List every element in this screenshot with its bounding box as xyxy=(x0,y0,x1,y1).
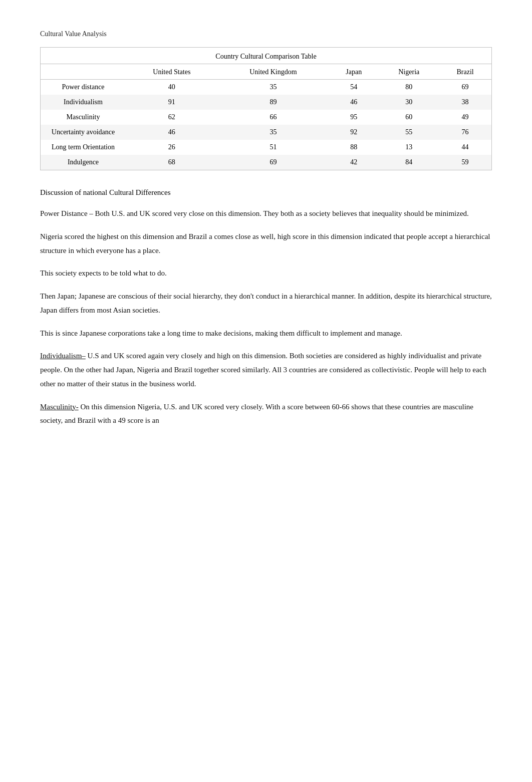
row-label: Masculinity xyxy=(41,110,126,125)
discussion-paragraph: This is since Japanese corporations take… xyxy=(40,327,492,341)
cell-ng: 55 xyxy=(379,125,439,140)
col-header-jp: Japan xyxy=(329,64,379,80)
cell-br: 38 xyxy=(439,95,491,110)
cell-uk: 69 xyxy=(218,155,329,170)
discussion-paragraph: Power Distance – Both U.S. and UK scored… xyxy=(40,207,492,221)
discussion-paragraph: Individualism– U.S and UK scored again v… xyxy=(40,349,492,391)
cell-uk: 51 xyxy=(218,140,329,155)
underline-masculinity: Masculinity- xyxy=(40,403,79,411)
cell-us: 46 xyxy=(126,125,218,140)
page-title: Cultural Value Analysis xyxy=(40,30,492,38)
cell-jp: 54 xyxy=(329,80,379,95)
cell-uk: 35 xyxy=(218,125,329,140)
cell-br: 49 xyxy=(439,110,491,125)
cell-us: 26 xyxy=(126,140,218,155)
cell-us: 68 xyxy=(126,155,218,170)
row-label: Uncertainty avoidance xyxy=(41,125,126,140)
col-header-us: United States xyxy=(126,64,218,80)
cell-jp: 88 xyxy=(329,140,379,155)
table-header-row: United States United Kingdom Japan Niger… xyxy=(41,64,491,80)
cell-ng: 30 xyxy=(379,95,439,110)
cell-us: 40 xyxy=(126,80,218,95)
comparison-table: United States United Kingdom Japan Niger… xyxy=(41,64,491,170)
table-row: Individualism 91 89 46 30 38 xyxy=(41,95,491,110)
col-header-ng: Nigeria xyxy=(379,64,439,80)
col-header-br: Brazil xyxy=(439,64,491,80)
table-title: Country Cultural Comparison Table xyxy=(41,48,491,64)
cell-uk: 66 xyxy=(218,110,329,125)
underline-individualism: Individualism– xyxy=(40,352,86,360)
discussion-section: Discussion of national Cultural Differen… xyxy=(40,188,492,428)
cell-jp: 42 xyxy=(329,155,379,170)
table-row: Uncertainty avoidance 46 35 92 55 76 xyxy=(41,125,491,140)
cell-us: 62 xyxy=(126,110,218,125)
row-label: Individualism xyxy=(41,95,126,110)
row-label: Indulgence xyxy=(41,155,126,170)
table-row: Masculinity 62 66 95 60 49 xyxy=(41,110,491,125)
discussion-paragraph: Masculinity- On this dimension Nigeria, … xyxy=(40,400,492,428)
cell-uk: 89 xyxy=(218,95,329,110)
table-wrapper: Country Cultural Comparison Table United… xyxy=(40,47,492,170)
col-header-uk: United Kingdom xyxy=(218,64,329,80)
cell-ng: 60 xyxy=(379,110,439,125)
col-header-label xyxy=(41,64,126,80)
row-label: Long term Orientation xyxy=(41,140,126,155)
cell-br: 69 xyxy=(439,80,491,95)
cell-ng: 84 xyxy=(379,155,439,170)
cell-ng: 13 xyxy=(379,140,439,155)
table-row: Long term Orientation 26 51 88 13 44 xyxy=(41,140,491,155)
cell-ng: 80 xyxy=(379,80,439,95)
cell-br: 59 xyxy=(439,155,491,170)
cell-jp: 46 xyxy=(329,95,379,110)
discussion-paragraph: This society expects to be told what to … xyxy=(40,267,492,281)
cell-jp: 92 xyxy=(329,125,379,140)
discussion-paragraph: Nigeria scored the highest on this dimen… xyxy=(40,230,492,258)
discussion-paragraph: Then Japan; Japanese are conscious of th… xyxy=(40,290,492,318)
cell-jp: 95 xyxy=(329,110,379,125)
row-label: Power distance xyxy=(41,80,126,95)
cell-us: 91 xyxy=(126,95,218,110)
table-row: Power distance 40 35 54 80 69 xyxy=(41,80,491,95)
cell-br: 44 xyxy=(439,140,491,155)
cell-br: 76 xyxy=(439,125,491,140)
discussion-title: Discussion of national Cultural Differen… xyxy=(40,188,492,197)
cell-uk: 35 xyxy=(218,80,329,95)
table-row: Indulgence 68 69 42 84 59 xyxy=(41,155,491,170)
